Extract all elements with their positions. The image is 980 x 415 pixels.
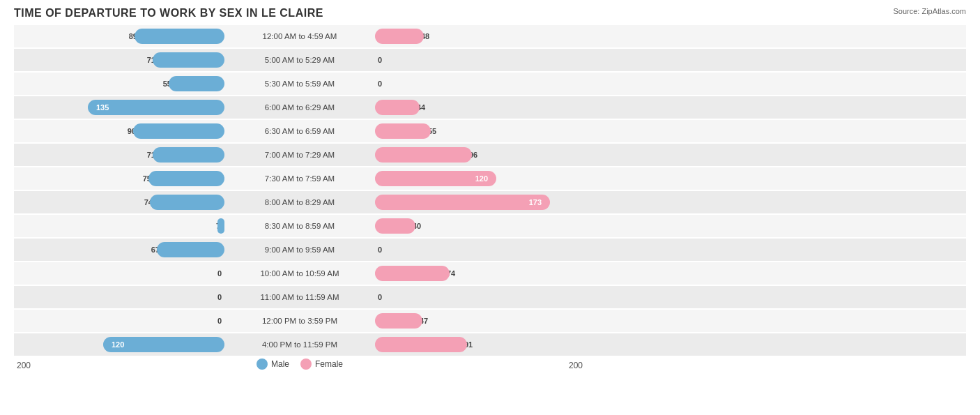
time-label: 12:00 AM to 4:59 AM xyxy=(230,32,369,40)
time-label: 7:00 AM to 7:29 AM xyxy=(230,151,369,159)
source-text: Source: ZipAtlas.com xyxy=(893,7,966,15)
bar-row: 757:30 AM to 7:59 AM120 xyxy=(14,167,966,190)
female-section: 47 xyxy=(369,310,585,332)
legend-item-female: Female xyxy=(300,359,343,370)
female-section: 120 xyxy=(369,167,585,190)
female-section: 173 xyxy=(369,191,585,213)
chart-title: TIME OF DEPARTURE TO WORK BY SEX IN LE C… xyxy=(14,7,323,20)
chart-area: 8912:00 AM to 4:59 AM48715:00 AM to 5:29… xyxy=(14,25,966,356)
time-label: 5:00 AM to 5:29 AM xyxy=(230,56,369,64)
male-value: 120 xyxy=(107,340,128,349)
time-label: 8:30 AM to 8:59 AM xyxy=(230,222,369,230)
bar-row: 78:30 AM to 8:59 AM40 xyxy=(14,215,966,237)
male-bar xyxy=(153,52,224,68)
time-label: 11:00 AM to 11:59 AM xyxy=(230,293,369,301)
legend: Male Female xyxy=(257,359,343,370)
male-section: 75 xyxy=(14,167,230,190)
bar-row: 010:00 AM to 10:59 AM74 xyxy=(14,262,966,285)
male-value-zero: 0 xyxy=(217,269,222,278)
female-color-box xyxy=(300,359,312,370)
female-bar xyxy=(375,218,415,234)
male-section: 120 xyxy=(14,333,230,356)
time-label: 7:30 AM to 7:59 AM xyxy=(230,174,369,183)
bar-row: 717:00 AM to 7:29 AM96 xyxy=(14,144,966,166)
male-section: 0 xyxy=(14,286,230,308)
male-section: 71 xyxy=(14,49,230,71)
male-section: 89 xyxy=(14,25,230,47)
male-bar xyxy=(135,29,224,44)
bar-row: 906:30 AM to 6:59 AM55 xyxy=(14,120,966,142)
male-label: Male xyxy=(271,359,289,369)
male-bar: 120 xyxy=(103,337,224,352)
male-bar xyxy=(148,171,224,186)
female-bar xyxy=(375,29,424,44)
time-label: 6:00 AM to 6:29 AM xyxy=(230,103,369,112)
time-label: 8:00 AM to 8:29 AM xyxy=(230,198,369,206)
female-value-zero: 0 xyxy=(378,293,382,301)
female-bar xyxy=(375,313,422,329)
male-bar xyxy=(153,147,224,163)
bar-row: 011:00 AM to 11:59 AM0 xyxy=(14,286,966,308)
male-value-zero: 0 xyxy=(217,293,222,301)
bar-row: 012:00 PM to 3:59 PM47 xyxy=(14,310,966,332)
male-bar xyxy=(157,242,224,257)
female-section: 44 xyxy=(369,96,585,119)
female-section: 96 xyxy=(369,144,585,166)
female-bar xyxy=(375,147,472,163)
male-section: 90 xyxy=(14,120,230,142)
female-section: 40 xyxy=(369,215,585,237)
female-bar xyxy=(375,266,450,281)
male-color-box xyxy=(257,359,268,370)
time-label: 5:30 AM to 5:59 AM xyxy=(230,80,369,88)
female-label: Female xyxy=(315,359,343,369)
time-label: 9:00 AM to 9:59 AM xyxy=(230,246,369,254)
chart-container: TIME OF DEPARTURE TO WORK BY SEX IN LE C… xyxy=(0,0,980,415)
bar-row: 748:00 AM to 8:29 AM173 xyxy=(14,191,966,213)
female-section: 0 xyxy=(369,73,585,95)
male-section: 71 xyxy=(14,144,230,166)
female-section: 0 xyxy=(369,286,585,308)
female-section: 74 xyxy=(369,262,585,285)
male-section: 0 xyxy=(14,262,230,285)
time-label: 6:30 AM to 6:59 AM xyxy=(230,127,369,135)
male-value: 135 xyxy=(92,103,113,112)
bar-row: 1356:00 AM to 6:29 AM44 xyxy=(14,96,966,119)
male-bar xyxy=(150,195,224,210)
male-section: 7 xyxy=(14,215,230,237)
female-section: 48 xyxy=(369,25,585,47)
male-bar xyxy=(217,218,224,234)
female-section: 0 xyxy=(369,49,585,71)
female-section: 55 xyxy=(369,120,585,142)
bar-row: 1204:00 PM to 11:59 PM91 xyxy=(14,333,966,356)
axis-right: 200 xyxy=(369,361,585,370)
male-bar xyxy=(169,76,224,91)
bar-row: 679:00 AM to 9:59 AM0 xyxy=(14,239,966,261)
male-bar: 135 xyxy=(88,100,224,115)
axis-left: 200 xyxy=(14,361,230,370)
male-value-zero: 0 xyxy=(217,317,222,325)
legend-center: Male Female xyxy=(230,359,369,372)
male-bar xyxy=(133,123,224,139)
bar-row: 555:30 AM to 5:59 AM0 xyxy=(14,73,966,95)
female-value: 120 xyxy=(471,174,492,183)
female-value: 173 xyxy=(525,198,546,206)
time-label: 4:00 PM to 11:59 PM xyxy=(230,340,369,349)
male-section: 135 xyxy=(14,96,230,119)
female-value-zero: 0 xyxy=(378,246,382,254)
title-row: TIME OF DEPARTURE TO WORK BY SEX IN LE C… xyxy=(14,7,966,20)
male-section: 74 xyxy=(14,191,230,213)
female-value-zero: 0 xyxy=(378,56,382,64)
legend-item-male: Male xyxy=(257,359,289,370)
bar-row: 715:00 AM to 5:29 AM0 xyxy=(14,49,966,71)
female-bar: 120 xyxy=(375,171,496,186)
male-section: 67 xyxy=(14,239,230,261)
axis-row: 200 Male Female 200 xyxy=(14,359,966,372)
female-bar xyxy=(375,337,467,352)
female-value-zero: 0 xyxy=(378,80,382,88)
time-label: 12:00 PM to 3:59 PM xyxy=(230,317,369,325)
time-label: 10:00 AM to 10:59 AM xyxy=(230,269,369,278)
female-bar xyxy=(375,100,420,115)
male-section: 0 xyxy=(14,310,230,332)
male-section: 55 xyxy=(14,73,230,95)
female-section: 91 xyxy=(369,333,585,356)
